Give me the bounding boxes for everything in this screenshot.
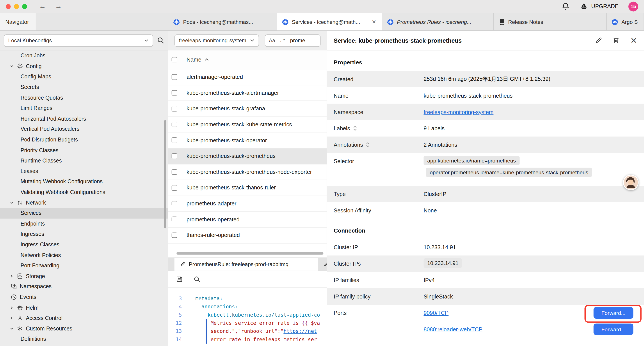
row-checkbox[interactable] <box>172 201 177 206</box>
close-icon[interactable]: × <box>630 36 638 45</box>
match-case-toggle[interactable]: Aa <box>269 37 275 43</box>
sidebar-item-leases[interactable]: Leases <box>0 166 168 176</box>
search-query-text: prome <box>290 37 305 43</box>
notifications-bell-icon[interactable] <box>562 2 570 10</box>
tab-close-icon[interactable]: × <box>371 18 377 25</box>
sidebar-item-mutating-webhook-configurations[interactable]: Mutating Webhook Configurations <box>0 176 168 187</box>
sidebar-search-icon[interactable] <box>157 37 164 44</box>
sidebar-item-network[interactable]: Network <box>0 197 168 208</box>
forward-button[interactable]: Forward... <box>594 324 634 335</box>
table-row-alertmanager-operated[interactable]: alertmanager-operated <box>168 69 327 85</box>
minimize-window-button[interactable] <box>14 4 19 9</box>
property-row-session-affinity: Session AffinityNone <box>327 202 644 219</box>
row-checkbox[interactable] <box>172 122 177 127</box>
forward-nav-button[interactable]: → <box>55 3 62 10</box>
edit-icon[interactable] <box>595 37 602 44</box>
sidebar-item-runtime-classes[interactable]: Runtime Classes <box>0 155 168 166</box>
table-row-prometheus-operated[interactable]: prometheus-operated <box>168 212 327 228</box>
kubeconfig-select[interactable]: Local Kubeconfigs <box>4 34 153 46</box>
tab-argo-s[interactable]: Argo S <box>607 13 644 30</box>
sidebar-item-endpoints[interactable]: Endpoints <box>0 218 168 229</box>
table-row-kube-prometheus-stack-alertmanager[interactable]: kube-prometheus-stack-alertmanager <box>168 85 327 101</box>
sidebar-item-resource-quotas[interactable]: Resource Quotas <box>0 92 168 103</box>
row-checkbox[interactable] <box>172 137 177 143</box>
editor-lines: 3metadata:4 annotations:5 kubectl.kubern… <box>168 294 327 344</box>
delete-icon[interactable] <box>613 37 620 44</box>
custom-icon <box>17 326 23 332</box>
sidebar-item-limit-ranges[interactable]: Limit Ranges <box>0 103 168 113</box>
tab-prometheus-rules-icecheng[interactable]: Prometheus Rules - icecheng... <box>382 13 494 30</box>
row-checkbox[interactable] <box>172 106 177 111</box>
sidebar-item-config-maps[interactable]: Config Maps <box>0 71 168 82</box>
service-name: kube-prometheus-stack-kube-state-metrics <box>186 121 292 127</box>
sidebar-item-access-control[interactable]: Access Control <box>0 313 168 323</box>
row-checkbox[interactable] <box>172 233 177 238</box>
table-row-kube-prometheus-stack-kube-state-metrics[interactable]: kube-prometheus-stack-kube-state-metrics <box>168 117 327 132</box>
user-avatar[interactable] <box>623 175 639 190</box>
tab-services-icecheng-math[interactable]: Services - icecheng@math...× <box>277 13 382 30</box>
row-checkbox[interactable] <box>172 153 177 159</box>
editor-line-3: 3metadata: <box>168 294 327 303</box>
table-row-thanos-ruler-operated[interactable]: thanos-ruler-operated <box>168 228 327 243</box>
sidebar-item-secrets[interactable]: Secrets <box>0 82 168 92</box>
close-window-button[interactable] <box>6 4 10 9</box>
table-row-kube-prometheus-stack-operator[interactable]: kube-prometheus-stack-operator <box>168 133 327 148</box>
row-checkbox[interactable] <box>172 90 177 95</box>
table-row-kube-prometheus-stack-prometheus-node-exporter[interactable]: kube-prometheus-stack-prometheus-node-ex… <box>168 164 327 180</box>
port-link[interactable]: 9090/TCP <box>424 310 448 316</box>
yaml-editor[interactable]: 3metadata:4 annotations:5 kubectl.kubern… <box>168 288 327 346</box>
select-all-checkbox[interactable] <box>172 57 177 62</box>
service-name: kube-prometheus-stack-prometheus-node-ex… <box>186 169 312 175</box>
table-row-kube-prometheus-stack-grafana[interactable]: kube-prometheus-stack-grafana <box>168 101 327 117</box>
tab-release-notes[interactable]: Release Notes <box>494 13 607 30</box>
sidebar-item-horizontal-pod-autoscalers[interactable]: Horizontal Pod Autoscalers <box>0 113 168 124</box>
resource-list-pane: freeleaps-monitoring-system Aa .* prome … <box>168 31 327 346</box>
expand-collapse-icon[interactable] <box>366 142 370 148</box>
sidebar-item-custom-resources[interactable]: Custom Resources <box>0 323 168 334</box>
table-row-kube-prometheus-stack-thanos-ruler[interactable]: kube-prometheus-stack-thanos-ruler <box>168 180 327 196</box>
row-checkbox[interactable] <box>172 185 177 191</box>
save-icon[interactable] <box>176 276 182 282</box>
sidebar-item-config[interactable]: Config <box>0 61 168 71</box>
property-row-ip-families: IP familiesIPv4 <box>327 272 644 288</box>
sidebar-item-events[interactable]: Events <box>0 292 168 303</box>
regex-toggle[interactable]: .* <box>279 37 286 43</box>
sidebar-item-pod-disruption-budgets[interactable]: Pod Disruption Budgets <box>0 134 168 145</box>
sidebar-item-storage[interactable]: Storage <box>0 271 168 281</box>
namespace-select[interactable]: freeleaps-monitoring-system <box>174 34 259 46</box>
tab-pods-icecheng-mathmas[interactable]: Pods - icecheng@mathmas... <box>168 13 277 30</box>
table-row-prometheus-adapter[interactable]: prometheus-adapter <box>168 196 327 212</box>
sidebar-item-port-forwarding[interactable]: Port Forwarding <box>0 260 168 271</box>
horizontal-scrollbar[interactable] <box>176 252 323 255</box>
namespace-link[interactable]: freeleaps-monitoring-system <box>424 109 494 115</box>
events-icon <box>11 294 17 300</box>
sidebar-item-network-policies[interactable]: Network Policies <box>0 250 168 260</box>
zoom-window-button[interactable] <box>22 4 27 9</box>
sidebar-item-helm[interactable]: Helm <box>0 303 168 313</box>
notification-count-badge[interactable]: 15 <box>628 1 638 11</box>
navigator-tab[interactable]: Navigator <box>0 13 36 30</box>
sidebar-item-priority-classes[interactable]: Priority Classes <box>0 145 168 155</box>
editor-search-icon[interactable] <box>194 276 200 282</box>
sidebar-item-definitions[interactable]: Definitions <box>0 334 168 344</box>
sidebar-item-vertical-pod-autoscalers[interactable]: Vertical Pod Autoscalers <box>0 124 168 134</box>
sidebar-item-ingresses[interactable]: Ingresses <box>0 229 168 239</box>
back-button[interactable]: ← <box>39 3 46 10</box>
port-link[interactable]: 8080:reloader-web/TCP <box>424 326 482 333</box>
sidebar-item-ingress-classes[interactable]: Ingress Classes <box>0 239 168 250</box>
upgrade-button[interactable]: UPGRADE <box>580 3 618 10</box>
resource-search-input[interactable]: Aa .* prome <box>265 34 321 46</box>
row-checkbox[interactable] <box>172 74 177 80</box>
editor-tab-prometheusrule[interactable]: PrometheusRule: freeleaps-prod-rabbitmq <box>174 258 318 271</box>
column-header-name[interactable]: Name <box>186 56 201 63</box>
sidebar-item-namespaces[interactable]: Namespaces <box>0 281 168 292</box>
forward-button[interactable]: Forward... <box>594 307 634 319</box>
sidebar-item-cron-jobs[interactable]: Cron Jobs <box>0 50 168 61</box>
table-row-kube-prometheus-stack-prometheus[interactable]: kube-prometheus-stack-prometheus <box>168 148 327 164</box>
sidebar-scrollbar[interactable] <box>164 120 166 228</box>
row-checkbox[interactable] <box>172 169 177 175</box>
sidebar-item-services[interactable]: Services <box>0 208 168 218</box>
sidebar-item-validating-webhook-configurations[interactable]: Validating Webhook Configurations <box>0 187 168 197</box>
row-checkbox[interactable] <box>172 217 177 222</box>
expand-collapse-icon[interactable] <box>353 125 357 131</box>
